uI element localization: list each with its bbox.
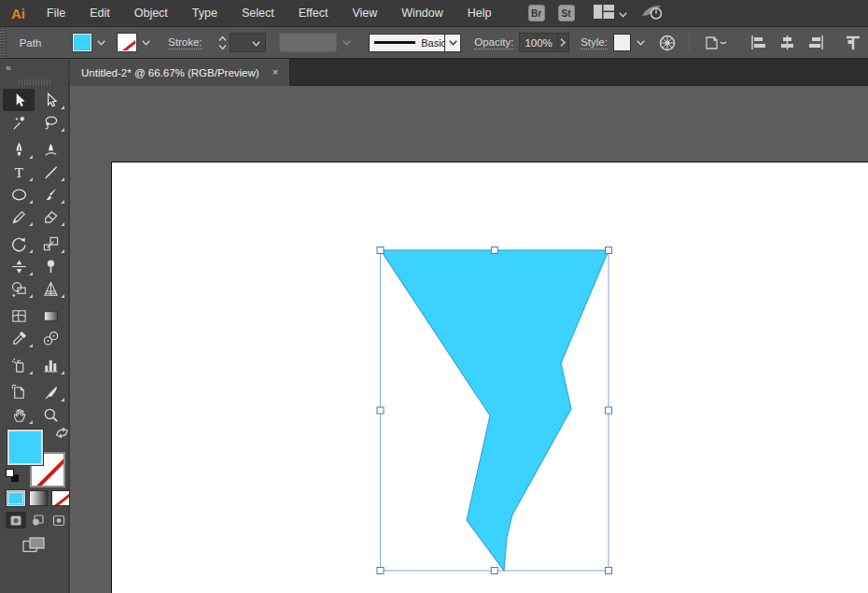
column-graph-tool[interactable] bbox=[35, 354, 66, 376]
selection-handle-sw[interactable] bbox=[377, 568, 384, 574]
menu-item-window[interactable]: Window bbox=[389, 0, 455, 26]
selection-overlay bbox=[70, 86, 868, 593]
puppet-warp-tool[interactable] bbox=[35, 255, 66, 277]
selected-shape[interactable] bbox=[381, 250, 609, 571]
menu-items: FileEditObjectTypeSelectEffectViewWindow… bbox=[35, 0, 504, 26]
chevron-down-icon[interactable] bbox=[445, 34, 461, 52]
selection-handle-ne[interactable] bbox=[606, 247, 612, 254]
stock-button[interactable]: St bbox=[558, 5, 575, 21]
graphic-style-swatch[interactable] bbox=[613, 34, 631, 51]
svg-text:T: T bbox=[14, 163, 23, 179]
style-panel-link[interactable]: Style: bbox=[581, 36, 608, 49]
chevron-down-icon bbox=[340, 38, 354, 48]
hand-tool[interactable] bbox=[3, 403, 35, 426]
mesh-tool[interactable] bbox=[3, 304, 35, 327]
fill-chevron-icon[interactable] bbox=[94, 38, 108, 48]
canvas-area[interactable] bbox=[70, 86, 868, 593]
menu-item-type[interactable]: Type bbox=[180, 0, 230, 26]
opacity-input[interactable]: 100% bbox=[519, 33, 557, 52]
artboard-tool[interactable] bbox=[3, 381, 35, 403]
type-tool[interactable]: T bbox=[3, 161, 35, 183]
selection-type-label: Path bbox=[20, 37, 42, 49]
tab-close-icon[interactable]: × bbox=[273, 67, 278, 78]
blend-tool[interactable] bbox=[35, 327, 66, 349]
line-segment-tool[interactable] bbox=[35, 161, 66, 183]
chevron-down-icon bbox=[252, 37, 260, 49]
curvature-tool[interactable] bbox=[35, 138, 66, 161]
magic-wand-tool[interactable] bbox=[3, 111, 35, 134]
recolor-artwork-icon[interactable] bbox=[651, 34, 683, 52]
menu-item-effect[interactable]: Effect bbox=[287, 0, 341, 26]
document-setup-icon[interactable] bbox=[695, 34, 736, 52]
perspective-grid-tool[interactable] bbox=[35, 277, 66, 300]
align-left-icon[interactable] bbox=[744, 35, 773, 50]
lasso-tool[interactable] bbox=[35, 111, 66, 134]
gradient-button[interactable] bbox=[29, 490, 48, 506]
gradient-tool[interactable] bbox=[35, 304, 66, 327]
width-tool[interactable] bbox=[3, 255, 35, 277]
tool-group bbox=[3, 354, 68, 376]
symbol-sprayer-tool[interactable] bbox=[3, 354, 35, 376]
rotate-tool[interactable] bbox=[3, 233, 35, 255]
fill-proxy-swatch[interactable] bbox=[7, 430, 43, 465]
menu-item-edit[interactable]: Edit bbox=[77, 0, 122, 26]
selection-handle-nw[interactable] bbox=[377, 247, 384, 254]
stroke-chevron-icon[interactable] bbox=[139, 38, 153, 48]
collapse-panel-icon[interactable]: « bbox=[6, 62, 10, 73]
brush-stroke-preview bbox=[374, 41, 415, 44]
menu-item-file[interactable]: File bbox=[35, 0, 77, 26]
draw-behind-button[interactable] bbox=[27, 512, 48, 529]
selection-handle-s[interactable] bbox=[491, 568, 497, 574]
color-button[interactable] bbox=[7, 490, 25, 506]
none-button[interactable] bbox=[51, 490, 70, 506]
selection-handle-e[interactable] bbox=[606, 407, 612, 414]
bridge-button[interactable]: Br bbox=[528, 5, 545, 21]
menu-item-view[interactable]: View bbox=[340, 0, 389, 26]
tool-group bbox=[3, 89, 68, 134]
brush-definition-dropdown[interactable]: Basic bbox=[369, 34, 461, 52]
selection-handle-se[interactable] bbox=[606, 568, 612, 574]
selection-handle-n[interactable] bbox=[491, 247, 497, 254]
stroke-color-swatch[interactable] bbox=[118, 34, 136, 51]
panel-grip[interactable] bbox=[0, 27, 7, 58]
style-chevron-icon[interactable] bbox=[634, 38, 648, 48]
pencil-tool[interactable] bbox=[3, 205, 35, 228]
opacity-panel-link[interactable]: Opacity: bbox=[474, 36, 513, 49]
eyedropper-tool[interactable] bbox=[3, 327, 35, 349]
tool-grid: T bbox=[3, 89, 68, 431]
transform-panel-icon[interactable] bbox=[838, 35, 868, 51]
direct-selection-tool[interactable] bbox=[35, 89, 66, 111]
fill-color-swatch[interactable] bbox=[73, 34, 91, 51]
paintbrush-tool[interactable] bbox=[35, 183, 66, 205]
workspace-switcher[interactable] bbox=[594, 5, 627, 22]
screen-mode-icon[interactable] bbox=[22, 537, 45, 557]
gpu-performance-icon[interactable] bbox=[640, 3, 665, 24]
scale-tool[interactable] bbox=[35, 233, 66, 255]
align-right-icon[interactable] bbox=[802, 35, 831, 50]
stroke-weight-dropdown[interactable] bbox=[230, 33, 267, 52]
document-tab[interactable]: Untitled-2* @ 66.67% (RGB/Preview) × bbox=[70, 59, 290, 86]
stroke-weight-stepper[interactable] bbox=[217, 35, 228, 51]
opacity-expand-button[interactable] bbox=[558, 33, 569, 52]
align-center-icon[interactable] bbox=[773, 35, 802, 50]
swap-fill-stroke-icon[interactable] bbox=[55, 426, 69, 443]
selection-handle-w[interactable] bbox=[377, 407, 384, 414]
brush-preview: Basic bbox=[369, 34, 445, 52]
shape-builder-tool[interactable] bbox=[3, 277, 35, 300]
document-tab-bar: Untitled-2* @ 66.67% (RGB/Preview) × bbox=[70, 59, 868, 86]
eraser-tool[interactable] bbox=[35, 205, 66, 228]
slice-tool[interactable] bbox=[35, 381, 66, 403]
default-fill-stroke-icon[interactable] bbox=[6, 469, 19, 482]
draw-inside-button[interactable] bbox=[49, 512, 69, 529]
zoom-tool[interactable] bbox=[35, 403, 66, 426]
draw-normal-button[interactable] bbox=[6, 512, 26, 529]
panel-grip[interactable] bbox=[19, 79, 52, 85]
selection-tool[interactable] bbox=[3, 89, 35, 111]
stroke-panel-link[interactable]: Stroke: bbox=[168, 36, 202, 49]
pen-tool[interactable] bbox=[3, 138, 35, 161]
ellipse-tool[interactable] bbox=[3, 183, 35, 205]
menu-item-help[interactable]: Help bbox=[455, 0, 504, 26]
menu-item-select[interactable]: Select bbox=[230, 0, 287, 26]
tool-group: T bbox=[3, 138, 68, 228]
menu-item-object[interactable]: Object bbox=[122, 0, 180, 26]
